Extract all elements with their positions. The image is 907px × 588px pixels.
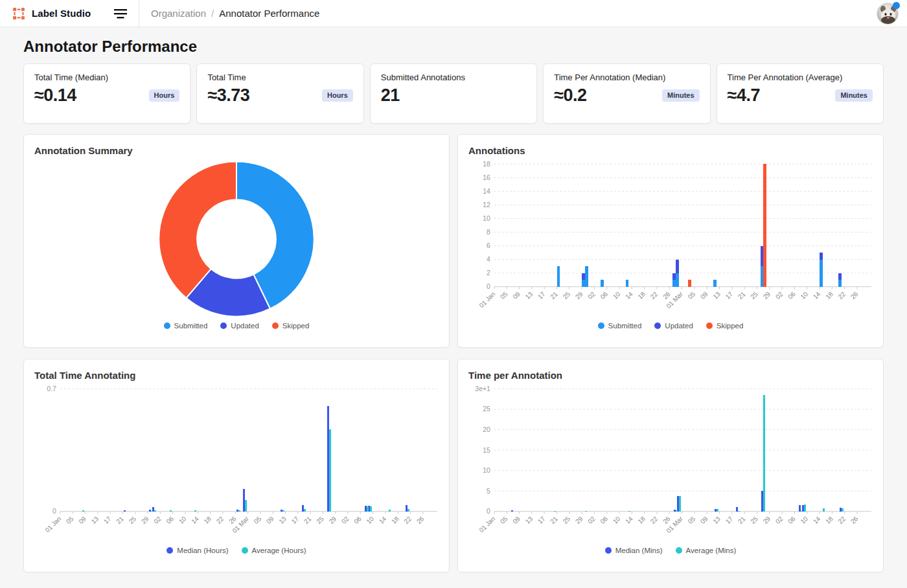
legend-label: Updated bbox=[665, 322, 693, 330]
svg-text:22: 22 bbox=[402, 515, 413, 525]
svg-text:29: 29 bbox=[574, 290, 584, 300]
svg-text:14: 14 bbox=[812, 515, 822, 525]
breadcrumb-separator: / bbox=[211, 8, 214, 19]
svg-text:02: 02 bbox=[340, 515, 350, 525]
legend-item-submitted[interactable]: Submitted bbox=[598, 322, 642, 330]
svg-text:02: 02 bbox=[774, 515, 785, 525]
breadcrumb-current-page: Annotator Performance bbox=[219, 8, 319, 19]
svg-text:21: 21 bbox=[115, 515, 125, 525]
svg-text:14: 14 bbox=[483, 188, 490, 195]
svg-text:10: 10 bbox=[612, 290, 622, 300]
legend-item-median-hours[interactable]: Median (Hours) bbox=[166, 547, 228, 554]
legend-dot-icon bbox=[166, 547, 173, 554]
legend-dot-icon bbox=[676, 547, 682, 554]
stat-card-submitted-annotations: Submitted Annotations 21 bbox=[370, 63, 537, 124]
svg-text:13: 13 bbox=[711, 515, 722, 525]
svg-text:8: 8 bbox=[487, 229, 490, 236]
stat-value: 21 bbox=[381, 85, 400, 106]
legend-label: Average (Hours) bbox=[252, 547, 306, 554]
svg-text:26: 26 bbox=[849, 290, 860, 300]
svg-text:05: 05 bbox=[499, 290, 509, 300]
svg-text:14: 14 bbox=[190, 515, 200, 525]
svg-text:05: 05 bbox=[253, 515, 263, 525]
chart-title: Annotations bbox=[468, 145, 873, 156]
menu-button[interactable] bbox=[111, 6, 130, 21]
svg-text:06: 06 bbox=[599, 515, 609, 525]
svg-text:06: 06 bbox=[352, 515, 363, 525]
svg-text:16: 16 bbox=[483, 174, 490, 181]
legend-item-median-mins[interactable]: Median (Mins) bbox=[605, 547, 663, 554]
legend-dot-icon bbox=[598, 322, 604, 329]
svg-text:29: 29 bbox=[140, 515, 150, 525]
svg-text:0: 0 bbox=[487, 508, 490, 515]
annotations-bar-chart[interactable]: 02468101214161801 Jan0509131721252902061… bbox=[468, 157, 873, 321]
legend-dot-icon bbox=[654, 322, 661, 329]
svg-text:09: 09 bbox=[699, 515, 709, 525]
legend-dot-icon bbox=[242, 547, 248, 554]
annotation-summary-donut-chart[interactable] bbox=[34, 157, 439, 321]
svg-text:06: 06 bbox=[786, 290, 797, 300]
chart-legend: Median (Mins)Average (Mins) bbox=[468, 547, 873, 554]
svg-text:01 Jan: 01 Jan bbox=[477, 515, 496, 534]
svg-text:29: 29 bbox=[574, 515, 584, 525]
svg-text:10: 10 bbox=[178, 515, 188, 525]
svg-text:02: 02 bbox=[152, 515, 163, 525]
svg-text:22: 22 bbox=[836, 515, 847, 525]
svg-text:29: 29 bbox=[762, 515, 772, 525]
svg-text:22: 22 bbox=[649, 290, 660, 300]
brand[interactable]: Label Studio bbox=[12, 6, 91, 21]
svg-text:29: 29 bbox=[328, 515, 338, 525]
stat-label: Time Per Annotation (Average) bbox=[728, 73, 873, 82]
svg-text:02: 02 bbox=[586, 290, 597, 300]
legend-item-average-hours[interactable]: Average (Hours) bbox=[242, 547, 306, 554]
legend-label: Skipped bbox=[282, 322, 310, 330]
legend-dot-icon bbox=[272, 322, 279, 329]
svg-text:4: 4 bbox=[487, 256, 490, 263]
chart-title: Total Time Annotating bbox=[34, 370, 439, 381]
stat-card-time-per-annotation-average: Time Per Annotation (Average) ≈4.7 Minut… bbox=[717, 63, 884, 124]
svg-text:5: 5 bbox=[487, 488, 490, 495]
svg-text:13: 13 bbox=[524, 290, 534, 300]
stat-label: Submitted Annotations bbox=[381, 73, 526, 82]
svg-text:0: 0 bbox=[52, 508, 56, 515]
svg-text:25: 25 bbox=[483, 405, 490, 413]
svg-text:22: 22 bbox=[215, 515, 225, 525]
svg-text:17: 17 bbox=[724, 290, 735, 300]
svg-text:02: 02 bbox=[774, 290, 785, 300]
stat-value: ≈4.7 bbox=[728, 85, 760, 106]
svg-text:14: 14 bbox=[378, 515, 388, 525]
svg-text:05: 05 bbox=[687, 515, 697, 525]
svg-text:18: 18 bbox=[636, 515, 647, 525]
legend-item-average-mins[interactable]: Average (Mins) bbox=[676, 547, 737, 554]
legend-label: Submitted bbox=[608, 322, 642, 330]
unit-badge: Hours bbox=[149, 89, 180, 102]
svg-text:21: 21 bbox=[549, 515, 559, 525]
time-per-annotation-bar-chart[interactable]: 05101520253e+101 Jan05091317212529020610… bbox=[468, 382, 873, 545]
legend-label: Submitted bbox=[174, 322, 208, 330]
total-time-annotating-bar-chart[interactable]: 00.701 Jan050913172125290206101418222601… bbox=[34, 382, 439, 545]
svg-text:10: 10 bbox=[365, 515, 376, 525]
breadcrumb-organization[interactable]: Organization bbox=[151, 8, 206, 19]
legend-label: Skipped bbox=[717, 322, 744, 330]
legend-item-skipped[interactable]: Skipped bbox=[272, 322, 310, 330]
legend-item-submitted[interactable]: Submitted bbox=[164, 322, 208, 330]
svg-text:13: 13 bbox=[524, 515, 534, 525]
svg-text:09: 09 bbox=[511, 515, 522, 525]
legend-item-updated[interactable]: Updated bbox=[654, 322, 693, 330]
chart-legend: Median (Hours)Average (Hours) bbox=[34, 547, 439, 554]
svg-text:13: 13 bbox=[711, 290, 722, 300]
svg-text:17: 17 bbox=[102, 515, 113, 525]
legend-item-skipped[interactable]: Skipped bbox=[706, 322, 744, 330]
svg-text:20: 20 bbox=[483, 426, 490, 433]
svg-text:21: 21 bbox=[737, 515, 747, 525]
app-title: Label Studio bbox=[32, 8, 91, 19]
svg-text:18: 18 bbox=[202, 515, 212, 525]
legend-dot-icon bbox=[605, 547, 612, 554]
svg-text:17: 17 bbox=[536, 515, 547, 525]
svg-text:25: 25 bbox=[562, 290, 572, 300]
svg-text:21: 21 bbox=[303, 515, 313, 525]
legend-item-updated[interactable]: Updated bbox=[220, 322, 258, 330]
legend-dot-icon bbox=[164, 322, 170, 329]
user-avatar[interactable] bbox=[877, 3, 899, 25]
chart-legend: SubmittedUpdatedSkipped bbox=[468, 322, 873, 330]
